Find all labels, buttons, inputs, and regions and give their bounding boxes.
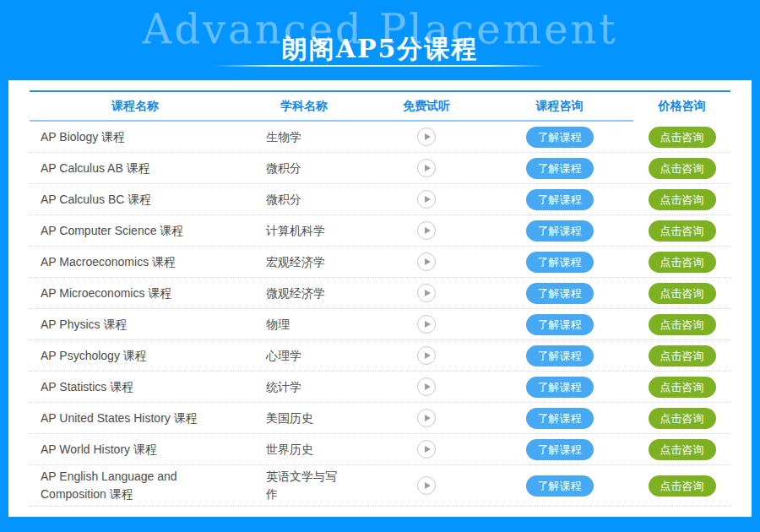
table-row: AP Calculus BC 课程 微积分 了解课程 点击咨询 xyxy=(30,184,730,215)
play-triangle-icon xyxy=(425,383,431,390)
play-icon[interactable] xyxy=(417,315,436,334)
play-triangle-icon xyxy=(425,446,431,453)
table-row: AP Macroeconomics 课程 宏观经济学 了解课程 点击咨询 xyxy=(30,247,730,278)
course-name: AP Computer Science 课程 xyxy=(41,224,183,237)
course-name: AP Biology 课程 xyxy=(41,130,125,144)
column-header-trial: 免费试听 xyxy=(367,92,486,122)
course-name: AP English Language and Composition 课程 xyxy=(41,470,177,501)
price-consult-button[interactable]: 点击咨询 xyxy=(649,475,716,497)
price-consult-button[interactable]: 点击咨询 xyxy=(649,377,716,398)
course-name: AP Statistics 课程 xyxy=(41,380,133,394)
play-icon[interactable] xyxy=(417,252,436,271)
subject-name: 计算机科学 xyxy=(266,222,325,240)
subject-name: 美国历史 xyxy=(266,410,313,427)
course-consult-button[interactable]: 了解课程 xyxy=(526,220,594,242)
column-header-consult: 课程咨询 xyxy=(486,92,633,122)
table-row: AP Statistics 课程 统计学 了解课程 点击咨询 xyxy=(30,372,730,403)
subject-name: 微积分 xyxy=(266,160,301,177)
course-consult-button[interactable]: 了解课程 xyxy=(526,127,594,148)
price-consult-button[interactable]: 点击咨询 xyxy=(649,220,716,242)
subject-name: 世界历史 xyxy=(266,441,313,459)
subject-name: 宏观经济学 xyxy=(266,253,325,271)
subject-name: 物理 xyxy=(266,316,290,334)
play-icon[interactable] xyxy=(417,476,436,495)
course-consult-button[interactable]: 了解课程 xyxy=(526,439,594,460)
course-consult-button[interactable]: 了解课程 xyxy=(526,475,594,497)
play-triangle-icon xyxy=(425,165,431,171)
course-name: AP United States History 课程 xyxy=(41,411,198,425)
table-row: AP United States History 课程 美国历史 了解课程 点击… xyxy=(30,403,730,434)
price-consult-button[interactable]: 点击咨询 xyxy=(649,252,716,273)
course-consult-button[interactable]: 了解课程 xyxy=(526,158,594,179)
table-row: AP Psychology 课程 心理学 了解课程 点击咨询 xyxy=(30,340,730,372)
play-triangle-icon xyxy=(425,290,431,296)
price-consult-button[interactable]: 点击咨询 xyxy=(649,439,716,460)
column-header-price: 价格咨询 xyxy=(633,92,730,122)
subject-name: 生物学 xyxy=(266,128,301,146)
play-icon[interactable] xyxy=(417,284,436,302)
table-row: AP World History 课程 世界历史 了解课程 点击咨询 xyxy=(30,434,730,465)
table-row: AP English Language and Composition 课程 英… xyxy=(30,465,730,507)
subject-name: 英语文学与写作 xyxy=(266,468,346,503)
play-triangle-icon xyxy=(425,482,431,489)
play-triangle-icon xyxy=(425,415,431,421)
column-header-course: 课程名称 xyxy=(30,92,241,122)
table-body: AP Biology 课程 生物学 了解课程 点击咨询 AP Calculus … xyxy=(30,122,730,507)
course-consult-button[interactable]: 了解课程 xyxy=(526,377,594,398)
subject-name: 微观经济学 xyxy=(266,285,325,302)
price-consult-button[interactable]: 点击咨询 xyxy=(649,158,716,179)
subject-name: 心理学 xyxy=(266,347,301,365)
play-triangle-icon xyxy=(425,196,431,203)
course-name: AP World History 课程 xyxy=(41,442,157,456)
play-triangle-icon xyxy=(425,352,431,359)
table-header-row: 课程名称 学科名称 免费试听 课程咨询 价格咨询 xyxy=(30,90,730,122)
play-triangle-icon xyxy=(425,133,431,140)
page: { "hero": { "watermark": "Advanced Place… xyxy=(0,0,760,532)
play-icon[interactable] xyxy=(417,128,436,146)
course-name: AP Calculus AB 课程 xyxy=(41,161,150,175)
play-triangle-icon xyxy=(425,258,431,265)
price-consult-button[interactable]: 点击咨询 xyxy=(649,189,716,210)
play-icon[interactable] xyxy=(417,190,436,209)
play-icon[interactable] xyxy=(417,377,436,396)
price-consult-button[interactable]: 点击咨询 xyxy=(649,345,716,366)
course-consult-button[interactable]: 了解课程 xyxy=(526,283,594,304)
title-underline xyxy=(213,65,547,67)
play-icon[interactable] xyxy=(417,159,436,177)
subject-name: 统计学 xyxy=(266,378,301,396)
table-row: AP Calculus AB 课程 微积分 了解课程 点击咨询 xyxy=(30,153,730,184)
table-row: AP Computer Science 课程 计算机科学 了解课程 点击咨询 xyxy=(30,215,730,247)
course-consult-button[interactable]: 了解课程 xyxy=(526,252,594,273)
course-consult-button[interactable]: 了解课程 xyxy=(526,408,594,429)
subject-name: 微积分 xyxy=(266,191,301,209)
play-icon[interactable] xyxy=(417,440,436,459)
course-name: AP Psychology 课程 xyxy=(41,349,147,362)
play-icon[interactable] xyxy=(417,221,436,240)
course-consult-button[interactable]: 了解课程 xyxy=(526,314,594,335)
course-name: AP Calculus BC 课程 xyxy=(41,193,151,206)
hero-banner: Advanced Placement 朗阁AP5分课程 xyxy=(0,0,760,80)
play-icon[interactable] xyxy=(417,409,436,427)
course-consult-button[interactable]: 了解课程 xyxy=(526,345,594,366)
course-consult-button[interactable]: 了解课程 xyxy=(526,189,594,210)
play-icon[interactable] xyxy=(417,346,436,365)
play-triangle-icon xyxy=(425,321,431,328)
price-consult-button[interactable]: 点击咨询 xyxy=(649,127,716,148)
page-title: 朗阁AP5分课程 xyxy=(0,32,760,67)
course-name: AP Microeconomics 课程 xyxy=(41,286,171,300)
play-triangle-icon xyxy=(425,227,431,234)
price-consult-button[interactable]: 点击咨询 xyxy=(649,408,716,429)
table-row: AP Physics 课程 物理 了解课程 点击咨询 xyxy=(30,309,730,340)
table-row: AP Microeconomics 课程 微观经济学 了解课程 点击咨询 xyxy=(30,278,730,309)
course-name: AP Macroeconomics 课程 xyxy=(41,255,176,269)
column-header-subject: 学科名称 xyxy=(241,92,367,122)
course-table-card: 课程名称 学科名称 免费试听 课程咨询 价格咨询 AP Biology 课程 生… xyxy=(8,80,752,517)
table-row: AP Biology 课程 生物学 了解课程 点击咨询 xyxy=(30,122,730,153)
price-consult-button[interactable]: 点击咨询 xyxy=(649,314,716,335)
price-consult-button[interactable]: 点击咨询 xyxy=(649,283,716,304)
course-name: AP Physics 课程 xyxy=(41,318,127,331)
